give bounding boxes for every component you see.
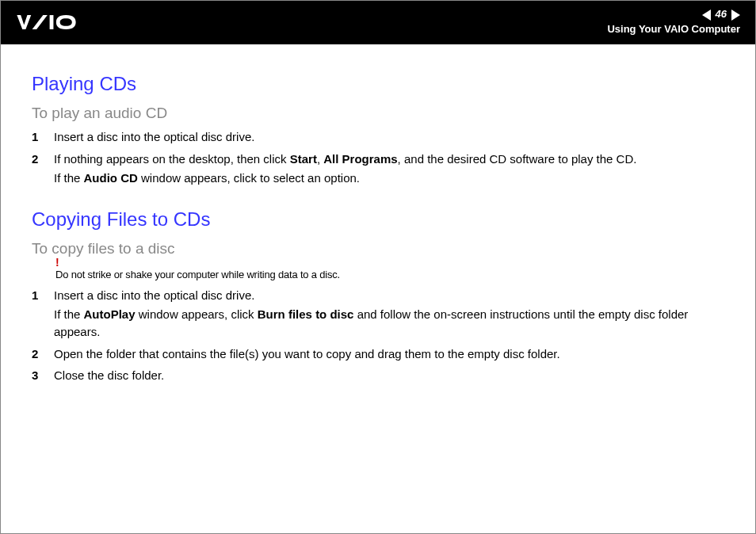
step-number: 2 [32, 151, 54, 187]
text-fragment: , [317, 152, 323, 166]
step-row: 3 Close the disc folder. [32, 367, 724, 384]
bold-text: Start [290, 152, 317, 166]
page-navigation: 46 [607, 8, 740, 21]
text-fragment: If nothing appears on the desktop, then … [54, 152, 290, 166]
step-text: Insert a disc into the optical disc driv… [54, 287, 724, 340]
prev-page-icon[interactable] [702, 10, 711, 21]
step-number: 3 [32, 367, 54, 384]
section-heading-playing-cds: Playing CDs [32, 73, 724, 95]
banner-right: 46 Using Your VAIO Computer [607, 8, 740, 36]
step-row: 2 If nothing appears on the desktop, the… [32, 151, 724, 187]
step-row: 1 Insert a disc into the optical disc dr… [32, 287, 724, 340]
step-number: 1 [32, 287, 54, 340]
bold-text: Audio CD [84, 171, 138, 185]
bold-text: AutoPlay [84, 307, 136, 321]
step-row: 2 Open the folder that contains the file… [32, 345, 724, 363]
next-page-icon[interactable] [731, 10, 740, 21]
page-content: Playing CDs To play an audio CD 1 Insert… [0, 44, 756, 384]
page-number: 46 [716, 8, 727, 21]
caution-text: Do not strike or shake your computer whi… [55, 269, 340, 280]
sub-heading-to-copy-files: To copy files to a disc [32, 240, 724, 257]
text-fragment: window appears, click to select an optio… [138, 171, 360, 185]
caution-icon: ! [55, 256, 62, 269]
bold-text: Burn files to disc [258, 307, 354, 321]
sub-heading-to-play-audio-cd: To play an audio CD [32, 105, 724, 122]
vaio-logo [16, 13, 103, 32]
bold-text: All Programs [323, 152, 397, 166]
step-text: Open the folder that contains the file(s… [54, 345, 724, 363]
text-fragment: window appears, click [136, 307, 258, 321]
step-number: 2 [32, 345, 54, 363]
text-fragment: Insert a disc into the optical disc driv… [54, 288, 254, 302]
text-fragment: If the [54, 307, 84, 321]
banner-subtitle: Using Your VAIO Computer [607, 23, 740, 36]
text-fragment: If the [54, 171, 84, 185]
svg-rect-0 [50, 15, 54, 29]
section-heading-copying-files: Copying Files to CDs [32, 208, 724, 231]
text-fragment: , and the desired CD software to play th… [398, 152, 637, 166]
top-banner: 46 Using Your VAIO Computer [0, 0, 756, 44]
step-number: 1 [32, 128, 54, 146]
step-row: 1 Insert a disc into the optical disc dr… [32, 128, 724, 146]
step-text: Insert a disc into the optical disc driv… [54, 128, 724, 146]
step-text: If nothing appears on the desktop, then … [54, 151, 724, 187]
step-text: Close the disc folder. [54, 367, 724, 384]
caution-note: ! Do not strike or shake your computer w… [55, 264, 724, 280]
